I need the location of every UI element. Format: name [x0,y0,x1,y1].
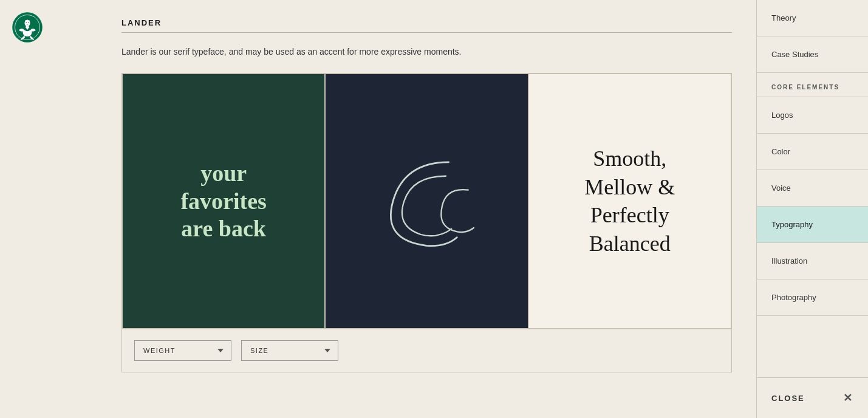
nav-item-color[interactable]: Color [757,134,868,170]
card-quote-text: Smooth,Mellow &PerfectlyBalanced [566,126,693,276]
nav-item-case-studies-label: Case Studies [771,50,818,59]
nav-item-typography[interactable]: Typography [757,207,868,243]
close-button[interactable]: CLOSE ✕ [757,377,868,418]
nav-item-photography-label: Photography [771,293,816,302]
gallery-container: yourfavoritesare back [121,73,732,372]
nav-item-photography[interactable]: Photography [757,279,868,316]
weight-dropdown[interactable]: WEIGHT Regular Bold Black [134,340,231,361]
size-dropdown[interactable]: SIZE Small Medium Large [241,340,338,361]
svg-point-8 [28,22,29,24]
cc-letterform-svg [360,140,493,262]
nav-item-voice-label: Voice [771,183,791,193]
nav-spacer [757,316,868,377]
nav-item-illustration-label: Illustration [771,256,807,266]
gallery-controls: WEIGHT Regular Bold Black SIZE Small Med… [122,329,731,372]
close-icon: ✕ [843,391,853,405]
close-label: CLOSE [771,394,805,403]
nav-item-logos[interactable]: Logos [757,97,868,134]
nav-item-illustration[interactable]: Illustration [757,243,868,279]
section-divider [121,32,732,33]
nav-item-color-label: Color [771,147,790,156]
core-elements-label: CORE ELEMENTS [757,73,868,97]
nav-item-theory[interactable]: Theory [757,0,868,36]
gallery-card-navy[interactable] [325,74,528,329]
right-sidebar: Theory Case Studies CORE ELEMENTS Logos … [756,0,868,418]
gallery-card-green[interactable]: yourfavoritesare back [122,74,325,329]
section-title: LANDER [121,18,732,27]
left-sidebar: ♦ [0,0,97,418]
starbucks-logo: ♦ [12,12,43,43]
gallery-card-cream[interactable]: Smooth,Mellow &PerfectlyBalanced [528,74,731,329]
nav-item-logos-label: Logos [771,111,793,120]
main-content: LANDER Lander is our serif typeface, and… [97,0,756,418]
svg-point-7 [26,22,27,24]
nav-item-voice[interactable]: Voice [757,170,868,207]
nav-item-case-studies[interactable]: Case Studies [757,36,868,73]
nav-item-typography-label: Typography [771,220,813,229]
gallery-row: yourfavoritesare back [122,74,731,329]
section-description: Lander is our serif typeface, and may be… [121,45,732,58]
logo-container[interactable]: ♦ [12,12,43,45]
card-cc-container [326,74,527,328]
nav-item-theory-label: Theory [771,13,796,22]
card-text-green: yourfavoritesare back [168,148,278,255]
